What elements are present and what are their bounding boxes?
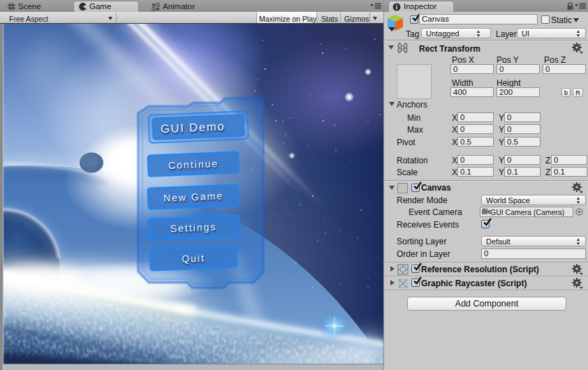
svg-text:Settings: Settings <box>170 221 216 235</box>
svg-text:Continue: Continue <box>168 158 219 171</box>
svg-text:Quit: Quit <box>182 252 205 264</box>
